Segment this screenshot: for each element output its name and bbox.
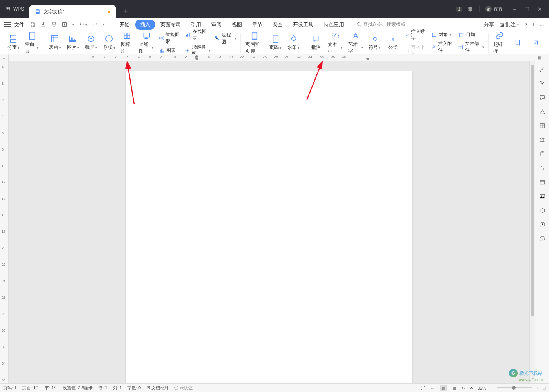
picture-button[interactable]: 图片▾: [64, 33, 82, 52]
file-menu[interactable]: 文件: [14, 21, 24, 28]
icon-library-button[interactable]: 图标库: [118, 30, 136, 55]
status-auth[interactable]: ⓘ 未认证: [174, 385, 193, 391]
indent-marker-bottom[interactable]: [195, 58, 199, 60]
clipboard-icon[interactable]: [539, 151, 546, 158]
ribbon-comment-button[interactable]: 批注: [307, 33, 325, 52]
tab-special[interactable]: 特色应用: [319, 20, 349, 30]
new-tab-button[interactable]: +: [120, 5, 132, 18]
attachment-button[interactable]: 插入附件: [429, 40, 456, 54]
zoom-slider-thumb[interactable]: [512, 386, 516, 390]
app-logo[interactable]: WPS: [0, 0, 29, 18]
equation-button[interactable]: π公式: [384, 33, 402, 52]
chart-button[interactable]: 图表: [157, 46, 183, 54]
tab-devtools[interactable]: 开发工具: [288, 20, 318, 30]
status-row[interactable]: 行: 1: [98, 385, 107, 391]
cross-ref-button[interactable]: [527, 37, 544, 48]
tab-insert[interactable]: 插入: [135, 20, 155, 30]
status-col[interactable]: 列: 1: [113, 385, 122, 391]
help-icon[interactable]: ?: [539, 235, 546, 242]
skin-icon[interactable]: [467, 6, 473, 12]
fullscreen-button[interactable]: ⛶: [421, 386, 425, 390]
document-page[interactable]: [126, 71, 412, 390]
object-button[interactable]: 对象▾: [429, 31, 456, 39]
save-icon[interactable]: [30, 22, 36, 27]
menubar-overflow[interactable]: ▾: [103, 23, 105, 27]
table-button[interactable]: 表格▾: [46, 33, 64, 52]
close-button[interactable]: ✕: [533, 3, 546, 15]
document-scroll-area[interactable]: [9, 61, 529, 390]
status-page-no[interactable]: 页码: 1: [3, 385, 16, 391]
notification-badge[interactable]: 1: [456, 7, 462, 12]
wordart-button[interactable]: A艺术字▾: [346, 30, 365, 55]
page-number-button[interactable]: #页码▾: [267, 33, 284, 52]
minimize-button[interactable]: ─: [508, 3, 521, 15]
hyperlink-button[interactable]: 超链接: [491, 30, 508, 55]
symbol-button[interactable]: Ω符号▾: [366, 33, 384, 52]
indent-marker-top[interactable]: [195, 55, 199, 57]
zoom-slider[interactable]: [497, 387, 532, 388]
vertical-scrollbar[interactable]: ˆ ˇ: [529, 61, 535, 390]
indent-marker-right[interactable]: [366, 58, 370, 60]
view-mode-page[interactable]: ▤: [440, 385, 447, 391]
tab-chapter[interactable]: 章节: [247, 20, 267, 30]
header-footer-button[interactable]: 页眉和页脚: [243, 30, 266, 55]
hex-icon[interactable]: [539, 207, 546, 214]
flowchart-button[interactable]: 流程图▾: [213, 31, 238, 46]
shapes-button[interactable]: 形状▾: [100, 33, 118, 52]
zoom-out-button[interactable]: −: [490, 386, 493, 390]
help-button[interactable]: ?: [525, 22, 527, 27]
link-icon[interactable]: [539, 165, 546, 172]
status-setting[interactable]: 设置值: 2.5厘米: [63, 385, 93, 391]
view-mode-read[interactable]: ▭: [429, 385, 436, 391]
zoom-in-button[interactable]: +: [536, 386, 538, 390]
qat-dropdown[interactable]: ▾: [72, 23, 74, 27]
view-mode-outline[interactable]: ▦: [451, 385, 458, 391]
doc-parts-button[interactable]: 文档部件▾: [456, 40, 486, 54]
textbox-button[interactable]: A文本框▾: [325, 30, 345, 55]
fit-button[interactable]: ⊡: [542, 385, 546, 390]
share-button[interactable]: 分享: [484, 21, 494, 28]
image-icon[interactable]: [539, 193, 546, 200]
eye-care-button[interactable]: 👁: [469, 386, 474, 390]
triangle-icon[interactable]: [539, 108, 546, 115]
settings-icon[interactable]: [539, 136, 546, 143]
zoom-value[interactable]: 92%: [478, 386, 486, 390]
horizontal-ruler[interactable]: 642246810121416182022242628303234363840: [9, 54, 529, 61]
status-proof[interactable]: ☒ 文档校对: [146, 385, 169, 391]
undo-dropdown[interactable]: ▾: [85, 23, 87, 27]
bookmark-button[interactable]: [509, 37, 526, 48]
export-icon[interactable]: [40, 22, 46, 27]
smart-graphics-button[interactable]: 智能图形: [157, 31, 183, 45]
print-preview-icon[interactable]: [62, 22, 67, 27]
screenshot-button[interactable]: 截屏▾: [82, 33, 100, 52]
print-icon[interactable]: [51, 22, 57, 27]
tab-pagelayout[interactable]: 页面布局: [156, 20, 185, 30]
comment-button[interactable]: ◪ 批注 ▾: [500, 21, 519, 28]
ruler-options[interactable]: ▦: [529, 54, 549, 61]
user-avatar[interactable]: ◐ 香香: [485, 6, 503, 13]
cursor-icon[interactable]: [539, 80, 546, 87]
redo-icon[interactable]: [92, 22, 98, 27]
command-search[interactable]: 查找命令、搜索模板: [356, 21, 405, 28]
tab-security[interactable]: 安全: [268, 20, 287, 30]
layout-icon[interactable]: [539, 179, 546, 186]
scrollbar-thumb[interactable]: [531, 65, 534, 316]
grid-icon[interactable]: [539, 122, 546, 129]
tab-start[interactable]: 开始: [115, 20, 135, 30]
vertical-ruler[interactable]: 4224681012141618202224262830323436: [0, 61, 9, 390]
status-page[interactable]: 页面: 1/1: [22, 385, 39, 391]
blank-page-button[interactable]: 空白页▾: [23, 30, 41, 55]
chat-icon[interactable]: [539, 94, 546, 101]
status-section[interactable]: 节: 1/1: [45, 385, 57, 391]
page-break-button[interactable]: 分页▾: [5, 33, 22, 52]
maximize-button[interactable]: ☐: [521, 3, 533, 15]
collapse-ribbon-button[interactable]: ︿: [540, 21, 545, 28]
date-button[interactable]: 日期: [456, 31, 486, 39]
pencil-icon[interactable]: [539, 66, 546, 73]
hamburger-icon[interactable]: [4, 22, 11, 27]
web-layout-button[interactable]: ⊕: [462, 385, 465, 390]
watermark-button[interactable]: 水印▾: [285, 33, 302, 52]
functional-graph-button[interactable]: 功能图▾: [136, 30, 156, 55]
undo-icon[interactable]: [79, 22, 85, 27]
insert-number-button[interactable]: 123插入数字: [402, 27, 429, 42]
